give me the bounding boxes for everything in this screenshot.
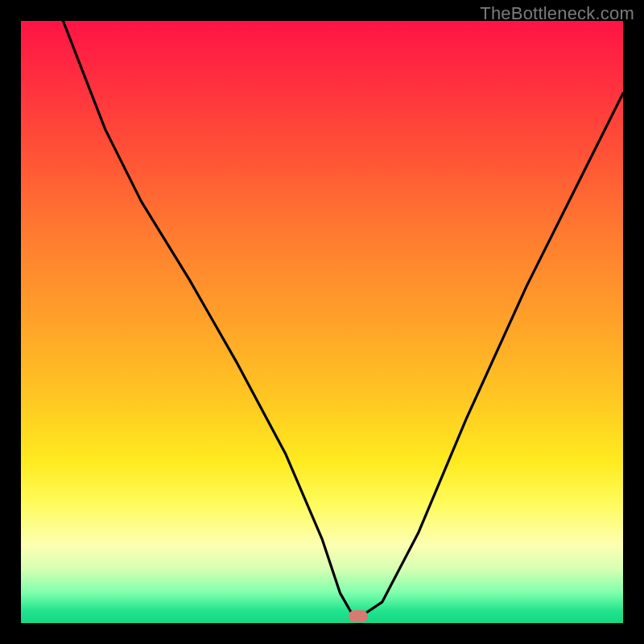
optimal-point-marker bbox=[349, 610, 368, 622]
chart-plot-area bbox=[21, 21, 623, 623]
watermark-text: TheBottleneck.com bbox=[480, 3, 634, 24]
chart-frame: TheBottleneck.com bbox=[0, 0, 644, 644]
bottleneck-curve bbox=[21, 21, 623, 623]
